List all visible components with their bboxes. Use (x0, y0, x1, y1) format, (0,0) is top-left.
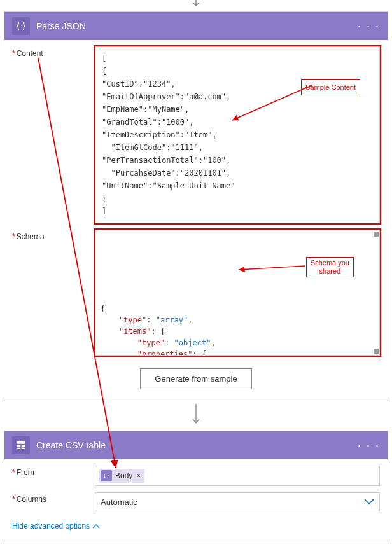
parse-json-title: Parse JSON (36, 21, 358, 31)
content-line: "PurcahseDate":"20201101", (102, 167, 373, 179)
from-input[interactable]: Body × (95, 466, 380, 486)
content-line: "UnitName":"Sample Unit Name" (102, 179, 373, 192)
content-line: [ (102, 52, 373, 65)
top-connector (0, 0, 392, 9)
content-annotation: Sample Content (301, 79, 360, 95)
create-csv-card: Create CSV table · · · *From Body × *Col… (4, 431, 388, 541)
columns-label: *Columns (12, 492, 95, 511)
content-line: "GrandTotal":"1000", (102, 116, 373, 128)
content-line: "ItemGlCode":"1111", (102, 141, 373, 154)
content-line: } (102, 192, 373, 205)
create-csv-title: Create CSV table (36, 440, 358, 450)
create-csv-menu[interactable]: · · · (358, 439, 380, 452)
create-csv-header[interactable]: Create CSV table · · · (4, 431, 388, 459)
content-line: ] (102, 205, 373, 218)
parse-json-menu[interactable]: · · · (358, 20, 380, 33)
json-icon (12, 17, 30, 35)
generate-from-sample-button[interactable]: Generate from sample (140, 368, 251, 389)
token-remove-icon[interactable]: × (136, 471, 141, 480)
content-label: *Content (12, 46, 95, 223)
body-token[interactable]: Body × (99, 469, 144, 483)
schema-annotation: Schema youshared (306, 257, 354, 277)
scroll-top[interactable] (374, 232, 379, 237)
content-line: { (102, 65, 373, 78)
scroll-bottom[interactable] (374, 349, 379, 354)
table-icon (12, 436, 30, 454)
content-line: "EmpName":"MyName", (102, 103, 373, 116)
parse-json-header[interactable]: Parse JSON · · · (4, 12, 388, 40)
content-textbox[interactable]: Sample Content [{"CustID":"1234","EmailO… (95, 46, 380, 223)
schema-textbox[interactable]: Schema youshared { "type": "array", "ite… (95, 230, 380, 356)
json-icon (101, 470, 112, 481)
token-label: Body (115, 471, 132, 480)
chevron-down-icon (364, 497, 374, 507)
middle-connector[interactable] (0, 404, 392, 427)
columns-value: Automatic (101, 497, 137, 507)
svg-line-1 (239, 266, 305, 270)
content-line: "PerTransactionTotal":"100", (102, 154, 373, 167)
chevron-up-icon (92, 522, 100, 530)
from-label: *From (12, 466, 95, 486)
hide-advanced-toggle[interactable]: Hide advanced options (12, 518, 100, 532)
schema-content: { "type": "array", "items": { "type": "o… (101, 303, 374, 356)
parse-json-card: Parse JSON · · · *Content Sample Content… (4, 11, 388, 401)
schema-label: *Schema (12, 230, 95, 356)
columns-select[interactable]: Automatic (95, 492, 380, 511)
content-line: "ItemDescription":"Item", (102, 128, 373, 141)
